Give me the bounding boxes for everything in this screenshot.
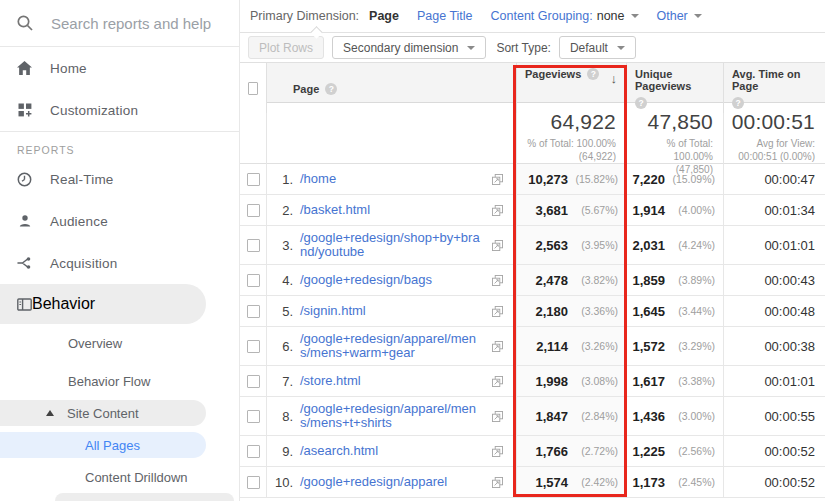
open-page-icon[interactable] (492, 240, 503, 251)
pageviews-value: 2,180 (535, 304, 568, 319)
table-row: 3. /google+redesign/shop+by+brand/youtub… (240, 226, 825, 265)
pageviews-cell: 1,574 (2.42%) (516, 467, 626, 497)
open-page-icon[interactable] (492, 446, 503, 457)
page-link[interactable]: /google+redesign/bags (300, 273, 486, 287)
column-header-pageviews[interactable]: Pageviews ? ↓ (516, 63, 626, 113)
row-index: 3. (267, 238, 293, 253)
unique-pageviews-pct: (4.00%) (665, 204, 715, 216)
row-checkbox[interactable] (247, 375, 260, 388)
row-checkbox[interactable] (247, 340, 260, 353)
sidebar-item-overview[interactable]: Overview (0, 324, 239, 362)
avg-time-value: 00:00:55 (764, 409, 815, 424)
open-page-icon[interactable] (492, 275, 503, 286)
pageviews-cell: 3,681 (5.67%) (516, 195, 626, 225)
open-page-icon[interactable] (492, 205, 503, 216)
page-link[interactable]: /google+redesign/shop+by+brand/youtube (300, 231, 486, 259)
dimension-page-selected[interactable]: Page (369, 9, 399, 23)
dimension-page-title-link[interactable]: Page Title (417, 9, 473, 23)
sidebar-item-audience[interactable]: Audience (0, 200, 239, 242)
search-icon (16, 14, 34, 32)
secondary-dimension-button[interactable]: Secondary dimension (332, 36, 486, 59)
unique-pageviews-pct: (15.09%) (665, 173, 715, 185)
open-page-icon[interactable] (492, 341, 503, 352)
primary-dimension-bar: Primary Dimension: Page Page Title Conte… (240, 0, 825, 33)
search-input[interactable] (51, 15, 231, 32)
page-link[interactable]: /google+redesign/apparel (300, 475, 486, 489)
unique-pageviews-pct: (3.29%) (665, 340, 715, 352)
row-index: 10. (267, 475, 293, 490)
sidebar-item-real-time[interactable]: Real-Time (0, 158, 239, 200)
row-checkbox[interactable] (247, 410, 260, 423)
help-icon[interactable]: ? (732, 97, 744, 109)
page-link[interactable]: /store.html (300, 374, 486, 388)
sidebar-item-acquisition[interactable]: Acquisition (0, 242, 239, 284)
sidebar-item-label: Acquisition (50, 256, 118, 271)
search-bar[interactable] (0, 0, 239, 47)
sidebar-item-behavior[interactable]: Behavior (0, 284, 206, 324)
page-link[interactable]: /basket.html (300, 203, 486, 217)
row-checkbox-cell (240, 226, 266, 264)
pageviews-cell: 1,847 (2.84%) (516, 397, 626, 435)
secondary-dimension-label: Secondary dimension (343, 41, 458, 55)
sidebar-item-customization[interactable]: Customization (0, 89, 239, 131)
page-link[interactable]: /signin.html (300, 304, 486, 318)
open-page-icon[interactable] (492, 174, 503, 185)
open-page-icon[interactable] (492, 477, 503, 488)
sidebar-item-site-content[interactable]: Site Content (0, 400, 206, 426)
sidebar-item-behavior-flow[interactable]: Behavior Flow (0, 362, 239, 400)
row-checkbox[interactable] (247, 476, 260, 489)
avg-time-view-value: 00:00:51 (0.00%) (728, 150, 815, 163)
other-label: Other (657, 9, 688, 23)
page-link[interactable]: /asearch.html (300, 444, 486, 458)
unique-pageviews-value: 7,220 (632, 172, 665, 187)
sidebar-item-label: All Pages (85, 438, 140, 453)
row-checkbox[interactable] (247, 173, 260, 186)
help-icon[interactable]: ? (587, 68, 599, 80)
column-header-avg-time[interactable]: Avg. Time on Page ? (723, 63, 825, 113)
column-header-unique-pageviews[interactable]: Unique Pageviews ? (626, 63, 723, 113)
column-header-page[interactable]: Page ? (266, 63, 516, 113)
pageviews-pct: (5.67%) (568, 204, 618, 216)
sidebar-item-all-pages[interactable]: All Pages (0, 432, 206, 458)
chevron-down-icon (694, 14, 702, 18)
sidebar-item-content-drilldown[interactable]: Content Drilldown (0, 458, 239, 496)
sort-descending-icon[interactable]: ↓ (611, 71, 618, 86)
open-page-icon[interactable] (492, 376, 503, 387)
avg-time-cell: 00:00:48 (723, 296, 825, 326)
row-checkbox[interactable] (247, 274, 260, 287)
pageviews-value: 1,998 (535, 374, 568, 389)
avg-time-cell: 00:00:38 (723, 327, 825, 365)
page-link[interactable]: /google+redesign/apparel/mens/mens+warm+… (300, 332, 486, 360)
chevron-down-icon (631, 14, 639, 18)
avg-time-total: 00:00:51 (728, 110, 815, 134)
unique-pageviews-cell: 1,645 (3.44%) (626, 296, 723, 326)
unique-pageviews-cell: 1,572 (3.29%) (626, 327, 723, 365)
content-grouping-dropdown[interactable]: Content Grouping: none (491, 9, 639, 23)
help-icon[interactable]: ? (635, 97, 647, 109)
open-page-icon[interactable] (492, 411, 503, 422)
sidebar: Home Customization REPORTS (0, 0, 240, 501)
plot-rows-button[interactable]: Plot Rows (248, 36, 324, 59)
page-link[interactable]: /home (300, 172, 486, 186)
open-page-icon[interactable] (492, 306, 503, 317)
pageviews-pct: (3.26%) (568, 340, 618, 352)
other-dimension-dropdown[interactable]: Other (657, 9, 702, 23)
clock-icon (17, 172, 32, 187)
row-checkbox[interactable] (247, 445, 260, 458)
row-checkbox[interactable] (247, 239, 260, 252)
pageviews-pct: (3.95%) (568, 239, 618, 251)
avg-time-value: 00:01:01 (764, 238, 815, 253)
table-header: Page ? Pageviews ? ↓ Unique Pageviews ? … (240, 62, 825, 103)
sidebar-item-home[interactable]: Home (0, 47, 239, 89)
row-checkbox[interactable] (247, 204, 260, 217)
sort-type-button[interactable]: Default (559, 36, 636, 59)
help-icon[interactable]: ? (325, 83, 337, 95)
row-checkbox-cell (240, 366, 266, 396)
avg-time-value: 00:00:52 (764, 475, 815, 490)
row-checkbox[interactable] (247, 305, 260, 318)
sidebar-item-label: Behavior (32, 295, 95, 313)
select-all-checkbox[interactable] (248, 82, 258, 95)
avg-time-value: 00:00:52 (764, 444, 815, 459)
sidebar-item-label: Overview (68, 336, 122, 351)
page-link[interactable]: /google+redesign/apparel/mens/mens+t+shi… (300, 402, 486, 430)
